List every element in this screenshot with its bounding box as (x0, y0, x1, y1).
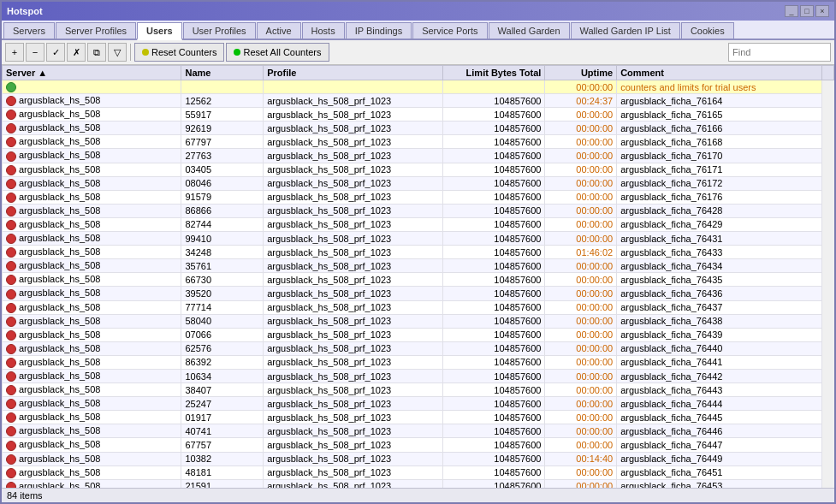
table-row[interactable]: argusblack_hs_508 03405 argusblack_hs_50… (3, 163, 834, 176)
limit-cell: 104857600 (442, 204, 545, 217)
uptime-cell: 00:00:00 (545, 438, 617, 452)
table-row[interactable]: argusblack_hs_508 67797 argusblack_hs_50… (3, 135, 834, 149)
table-row[interactable]: argusblack_hs_508 91579 argusblack_hs_50… (3, 190, 834, 204)
table-row[interactable]: argusblack_hs_508 40741 argusblack_hs_50… (3, 424, 834, 438)
profile-cell: argusblack_hs_508_prf_1023 (264, 204, 442, 217)
table-row[interactable]: argusblack_hs_508 86392 argusblack_hs_50… (3, 355, 834, 369)
comment-cell: argusblack_ficha_76166 (617, 122, 821, 135)
profile-cell: argusblack_hs_508_prf_1023 (264, 217, 442, 231)
disable-button[interactable]: ✗ (67, 43, 86, 62)
table-row[interactable]: argusblack_hs_508 58040 argusblack_hs_50… (3, 314, 834, 328)
col-header-name[interactable]: Name (181, 66, 264, 80)
copy-button[interactable]: ⧉ (87, 43, 106, 62)
profile-cell: argusblack_hs_508_prf_1023 (264, 397, 442, 411)
users-table: Server ▲ Name Profile Limit Bytes Total … (2, 65, 834, 488)
name-cell: 39520 (181, 287, 264, 300)
main-window: Hotspot _ □ × Servers Server Profiles Us… (0, 0, 836, 504)
table-row[interactable]: 00:00:00 counters and limits for trial u… (3, 80, 834, 94)
toolbar: + − ✓ ✗ ⧉ ▽ Reset Counters Reset All Cou… (2, 40, 834, 65)
tab-walled-garden-ip-list[interactable]: Walled Garden IP List (571, 22, 680, 39)
comment-cell: argusblack_ficha_76165 (617, 108, 821, 122)
table-row[interactable]: argusblack_hs_508 07066 argusblack_hs_50… (3, 328, 834, 341)
uptime-cell: 00:00:00 (545, 424, 617, 438)
tab-active[interactable]: Active (257, 22, 301, 39)
status-icon (6, 96, 16, 106)
table-row[interactable]: argusblack_hs_508 99410 argusblack_hs_50… (3, 232, 834, 246)
col-header-limit[interactable]: Limit Bytes Total (442, 66, 545, 80)
profile-cell (264, 80, 442, 94)
tab-walled-garden[interactable]: Walled Garden (489, 22, 570, 39)
table-row[interactable]: argusblack_hs_508 27763 argusblack_hs_50… (3, 149, 834, 163)
server-cell: argusblack_hs_508 (3, 108, 181, 122)
comment-cell: argusblack_ficha_76171 (617, 163, 821, 176)
name-cell: 58040 (181, 314, 264, 328)
uptime-cell: 01:46:02 (545, 246, 617, 259)
table-row[interactable]: argusblack_hs_508 67757 argusblack_hs_50… (3, 438, 834, 452)
uptime-cell: 00:00:00 (545, 397, 617, 411)
table-row[interactable]: argusblack_hs_508 86866 argusblack_hs_50… (3, 204, 834, 217)
tab-ip-bindings[interactable]: IP Bindings (346, 22, 412, 39)
col-header-profile[interactable]: Profile (264, 66, 442, 80)
tab-users[interactable]: Users (137, 22, 182, 40)
table-row[interactable]: argusblack_hs_508 10382 argusblack_hs_50… (3, 452, 834, 465)
server-cell: argusblack_hs_508 (3, 232, 181, 246)
tab-user-profiles[interactable]: User Profiles (183, 22, 256, 39)
filter-button[interactable]: ▽ (108, 43, 127, 62)
col-header-uptime[interactable]: Uptime (545, 66, 617, 80)
tab-service-ports[interactable]: Service Ports (412, 22, 487, 39)
table-row[interactable]: argusblack_hs_508 92619 argusblack_hs_50… (3, 122, 834, 135)
table-row[interactable]: argusblack_hs_508 82744 argusblack_hs_50… (3, 217, 834, 231)
tab-servers[interactable]: Servers (3, 22, 55, 39)
maximize-button[interactable]: □ (800, 5, 814, 17)
table-row[interactable]: argusblack_hs_508 12562 argusblack_hs_50… (3, 94, 834, 108)
profile-cell: argusblack_hs_508_prf_1023 (264, 273, 442, 287)
comment-cell: argusblack_ficha_76434 (617, 259, 821, 273)
table-row[interactable]: argusblack_hs_508 39520 argusblack_hs_50… (3, 287, 834, 300)
table-row[interactable]: argusblack_hs_508 21591 argusblack_hs_50… (3, 479, 834, 488)
status-icon (6, 247, 16, 258)
remove-button[interactable]: − (26, 43, 44, 62)
enable-button[interactable]: ✓ (46, 43, 65, 62)
table-row[interactable]: argusblack_hs_508 35761 argusblack_hs_50… (3, 259, 834, 273)
name-cell: 01917 (181, 411, 264, 424)
table-row[interactable]: argusblack_hs_508 10634 argusblack_hs_50… (3, 369, 834, 382)
table-row[interactable]: argusblack_hs_508 01917 argusblack_hs_50… (3, 411, 834, 424)
table-row[interactable]: argusblack_hs_508 55917 argusblack_hs_50… (3, 108, 834, 122)
tab-bar: Servers Server Profiles Users User Profi… (2, 21, 834, 40)
table-row[interactable]: argusblack_hs_508 38407 argusblack_hs_50… (3, 383, 834, 397)
table-row[interactable]: argusblack_hs_508 34248 argusblack_hs_50… (3, 246, 834, 259)
table-row[interactable]: argusblack_hs_508 25247 argusblack_hs_50… (3, 397, 834, 411)
comment-cell: argusblack_ficha_76433 (617, 246, 821, 259)
table-row[interactable]: argusblack_hs_508 08046 argusblack_hs_50… (3, 176, 834, 190)
reset-counters-label: Reset Counters (151, 47, 216, 57)
status-icon (6, 275, 16, 285)
status-icon (6, 151, 16, 162)
profile-cell: argusblack_hs_508_prf_1023 (264, 287, 442, 300)
minimize-button[interactable]: _ (785, 5, 798, 17)
status-icon (6, 454, 16, 465)
server-cell: argusblack_hs_508 (3, 369, 181, 382)
table-row[interactable]: argusblack_hs_508 48181 argusblack_hs_50… (3, 465, 834, 479)
tab-cookies[interactable]: Cookies (681, 22, 734, 39)
col-header-server[interactable]: Server ▲ (3, 66, 181, 80)
table-row[interactable]: argusblack_hs_508 66730 argusblack_hs_50… (3, 273, 834, 287)
search-input[interactable] (728, 43, 831, 62)
close-button[interactable]: × (815, 5, 829, 17)
add-button[interactable]: + (5, 43, 24, 62)
limit-cell: 104857600 (442, 108, 545, 122)
status-icon (6, 441, 16, 451)
tab-server-profiles[interactable]: Server Profiles (56, 22, 136, 39)
tab-hosts[interactable]: Hosts (302, 22, 345, 39)
reset-all-counters-button[interactable]: Reset All Counters (226, 43, 329, 62)
col-header-comment[interactable]: Comment (617, 66, 821, 80)
uptime-cell: 00:00:00 (545, 108, 617, 122)
status-icon (6, 289, 16, 299)
uptime-cell: 00:00:00 (545, 300, 617, 314)
table-row[interactable]: argusblack_hs_508 62576 argusblack_hs_50… (3, 341, 834, 355)
comment-cell: argusblack_ficha_76435 (617, 273, 821, 287)
reset-counters-button[interactable]: Reset Counters (134, 43, 224, 62)
table-row[interactable]: argusblack_hs_508 77714 argusblack_hs_50… (3, 300, 834, 314)
status-icon (6, 220, 16, 230)
comment-cell: argusblack_ficha_76428 (617, 204, 821, 217)
table-container[interactable]: Server ▲ Name Profile Limit Bytes Total … (2, 65, 834, 488)
